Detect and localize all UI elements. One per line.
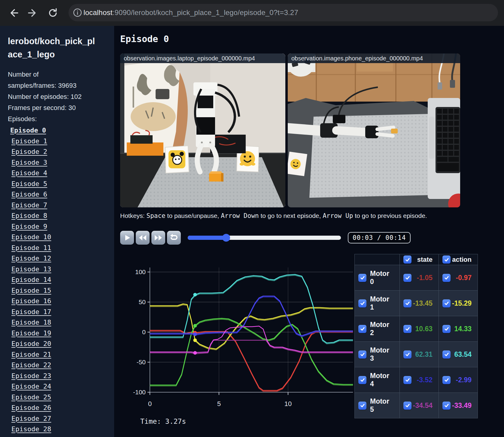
episode-link[interactable]: Episode 5 — [11, 179, 114, 189]
episode-link[interactable]: Episode 19 — [11, 328, 114, 339]
row-checkbox[interactable] — [403, 402, 411, 410]
action-value: -2.99 — [451, 376, 472, 384]
episode-link[interactable]: Episode 27 — [11, 413, 114, 424]
episode-link[interactable]: Episode 22 — [11, 360, 114, 371]
rewind-button[interactable] — [136, 231, 150, 245]
row-checkbox[interactable] — [403, 376, 411, 384]
hotkey-key: Arrow Down — [221, 212, 259, 219]
row-checkbox[interactable] — [442, 299, 451, 307]
state-value: 10.63 — [411, 325, 433, 333]
episode-link[interactable]: Episode 3 — [11, 157, 114, 168]
episode-list: Episode 0Episode 1Episode 2Episode 3Epis… — [0, 124, 114, 435]
hotkey-text: to go to next episode, — [259, 212, 323, 219]
action-value: 14.33 — [451, 325, 472, 333]
episode-link[interactable]: Episode 10 — [11, 232, 114, 243]
action-value: -0.97 — [451, 274, 472, 282]
back-icon[interactable] — [7, 6, 20, 20]
row-checkbox[interactable] — [403, 325, 411, 333]
video-progress-slider[interactable] — [188, 236, 341, 240]
episode-link[interactable]: Episode 21 — [11, 349, 114, 360]
episode-link[interactable]: Episode 25 — [11, 392, 114, 403]
table-row: Motor 5-34.54-33.49 — [355, 393, 478, 418]
row-checkbox[interactable] — [403, 274, 411, 282]
row-checkbox[interactable] — [358, 350, 366, 359]
row-checkbox[interactable] — [358, 274, 366, 282]
current-time-dot-motor-2 — [193, 324, 197, 328]
loop-button[interactable] — [167, 231, 181, 245]
row-checkbox[interactable] — [442, 325, 451, 333]
episode-link[interactable]: Episode 14 — [11, 274, 114, 285]
motor-action-cell: -0.97 — [439, 265, 478, 291]
x-axis-tick-label: 0 — [148, 400, 152, 408]
row-checkbox[interactable] — [442, 274, 451, 282]
hotkey-key: Arrow Up — [323, 212, 353, 219]
rewind-icon — [138, 234, 147, 241]
play-button[interactable] — [120, 231, 134, 245]
video-player-phone[interactable]: observation.images.phone_episode_000000.… — [288, 53, 460, 207]
hotkey-text: to pause/unpause, — [165, 212, 221, 219]
episode-link[interactable]: Episode 0 — [10, 125, 114, 136]
episode-link[interactable]: Episode 6 — [11, 189, 114, 200]
motor-label-cell: Motor 4 — [355, 367, 400, 393]
browser-toolbar: localhost:9090/lerobot/koch_pick_place_1… — [0, 0, 504, 26]
motor-label-cell: Motor 5 — [355, 393, 400, 418]
row-checkbox[interactable] — [358, 325, 366, 333]
episode-link[interactable]: Episode 24 — [11, 381, 114, 392]
video-player-laptop[interactable]: observation.images.laptop_episode_000000… — [120, 53, 285, 207]
row-checkbox[interactable] — [442, 350, 451, 359]
episode-link[interactable]: Episode 15 — [11, 285, 114, 296]
series-action-motor-1 — [150, 304, 353, 349]
episode-link[interactable]: Episode 2 — [11, 146, 114, 157]
episode-link[interactable]: Episode 1 — [11, 136, 114, 147]
series-state-motor-1 — [150, 305, 353, 350]
motor-action-cell: 63.54 — [439, 342, 478, 367]
state-value: 62.31 — [411, 350, 433, 359]
episode-link[interactable]: Episode 28 — [11, 424, 114, 435]
episode-link[interactable]: Episode 23 — [11, 371, 114, 381]
hotkey-key: Space — [147, 212, 165, 219]
row-checkbox[interactable] — [442, 402, 451, 410]
current-time-dot-motor-0 — [193, 331, 197, 335]
episode-link[interactable]: Episode 4 — [11, 168, 114, 179]
fast-forward-button[interactable] — [151, 231, 165, 245]
episode-link[interactable]: Episode 9 — [11, 221, 114, 232]
motor-action-cell: -2.99 — [439, 367, 478, 393]
slider-thumb[interactable] — [222, 234, 230, 242]
row-checkbox[interactable] — [403, 299, 411, 307]
row-checkbox[interactable] — [358, 402, 366, 410]
motor-timeseries-chart[interactable]: 100500-50-1000510Time: 3.27s — [117, 252, 357, 437]
episode-link[interactable]: Episode 16 — [11, 296, 114, 307]
row-checkbox[interactable] — [358, 299, 366, 307]
row-checkbox[interactable] — [358, 376, 366, 384]
action-column-header: action — [451, 256, 472, 264]
episode-link[interactable]: Episode 26 — [11, 402, 114, 413]
episode-link[interactable]: Episode 20 — [11, 338, 114, 349]
time-display: 00:03 / 00:14 — [348, 232, 411, 243]
site-info-icon[interactable] — [71, 7, 83, 19]
episode-link[interactable]: Episode 11 — [11, 243, 114, 253]
episode-link[interactable]: Episode 18 — [11, 317, 114, 328]
motor-action-cell: -33.49 — [439, 393, 478, 418]
dataset-title: lerobot/koch_pick_place_1_lego — [0, 26, 114, 61]
current-time-dot-motor-4 — [193, 332, 197, 336]
reload-icon[interactable] — [46, 6, 59, 20]
video-title-laptop: observation.images.laptop_episode_000000… — [120, 53, 285, 63]
motor-state-cell: -34.54 — [400, 393, 439, 418]
action-column-checkbox[interactable] — [442, 255, 451, 264]
play-icon — [123, 234, 131, 242]
state-column-checkbox[interactable] — [403, 255, 411, 264]
video-title-phone: observation.images.phone_episode_000000.… — [288, 53, 460, 63]
x-axis-tick-label: 5 — [217, 400, 221, 408]
forward-icon[interactable] — [26, 6, 40, 20]
row-checkbox[interactable] — [442, 376, 451, 384]
row-checkbox[interactable] — [403, 350, 411, 359]
motor-action-cell: -15.29 — [439, 291, 478, 316]
episode-link[interactable]: Episode 8 — [11, 210, 114, 221]
episode-link[interactable]: Episode 13 — [11, 264, 114, 275]
motor-label-cell: Motor 0 — [355, 265, 400, 291]
episode-link[interactable]: Episode 7 — [11, 200, 114, 211]
info-line: samples/frames: 39693 — [8, 80, 108, 91]
episode-link[interactable]: Episode 12 — [11, 253, 114, 264]
url-bar[interactable]: localhost:9090/lerobot/koch_pick_place_1… — [68, 4, 498, 21]
episode-link[interactable]: Episode 17 — [11, 307, 114, 317]
